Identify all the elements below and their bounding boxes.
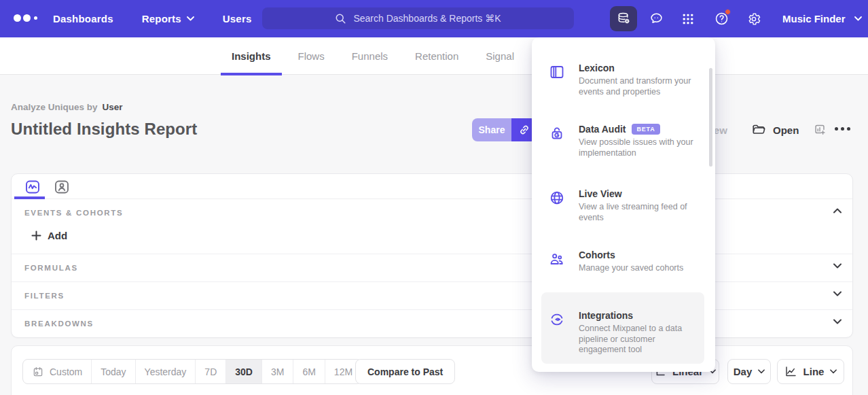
range-3m[interactable]: 3M	[261, 360, 293, 383]
menu-item-live-view[interactable]: Live View View a live streaming feed of …	[541, 182, 704, 230]
mixpanel-logo[interactable]	[14, 14, 37, 22]
menu-item-title: Data Audit	[579, 124, 626, 135]
project-name: Music Finder	[782, 13, 846, 24]
range-yesterday[interactable]: Yesterday	[135, 360, 196, 383]
link-icon	[518, 124, 530, 136]
breadcrumb-value[interactable]: User	[103, 102, 123, 112]
menu-item-description: View possible issues with your implement…	[579, 137, 698, 158]
report-tabbar: Insights Flows Funnels Retention Signal …	[0, 37, 868, 75]
logo-dot	[34, 16, 37, 20]
menu-item-integrations[interactable]: Integrations Connect Mixpanel to a data …	[541, 292, 704, 364]
tab-funnels[interactable]: Funnels	[341, 37, 399, 75]
menu-item-data-audit[interactable]: Data Audit BETA View possible issues wit…	[541, 117, 704, 165]
share-button[interactable]: Share	[472, 118, 511, 141]
filters-section[interactable]: FILTERS	[12, 281, 852, 309]
interval-dropdown[interactable]: Day	[727, 359, 771, 384]
range-7d[interactable]: 7D	[195, 360, 225, 383]
section-label: BREAKDOWNS	[24, 320, 94, 328]
dropdown-scrollbar-thumb[interactable]	[709, 68, 712, 167]
expand-chevron-down-icon[interactable]	[833, 263, 842, 269]
menu-item-cohorts[interactable]: Cohorts Manage your saved cohorts	[541, 243, 704, 281]
range-30d-selected[interactable]: 30D	[225, 360, 261, 383]
range-custom[interactable]: Custom	[23, 360, 91, 383]
logo-dot	[14, 14, 21, 22]
more-options-icon[interactable]	[835, 127, 850, 131]
plus-icon	[31, 230, 41, 241]
profiles-view-tab[interactable]	[54, 179, 70, 195]
date-range-segmented-control: Custom Today Yesterday 7D 30D 3M 6M 12M	[22, 359, 362, 384]
chevron-down-icon	[830, 369, 837, 374]
date-controls-card: Custom Today Yesterday 7D 30D 3M 6M 12M …	[11, 345, 853, 395]
section-label: FORMULAS	[24, 264, 78, 272]
tab-retention[interactable]: Retention	[404, 37, 469, 75]
project-selector[interactable]: Music Finder	[782, 0, 862, 37]
nav-users[interactable]: Users	[223, 13, 252, 24]
search-input[interactable]: Search Dashboards & Reports ⌘K	[262, 7, 574, 29]
query-builder-card: EVENTS & COHORTS Add FORMULAS FILTERS BR…	[11, 173, 853, 338]
range-today[interactable]: Today	[91, 360, 134, 383]
breadcrumb-prefix: Analyze Uniques by	[11, 102, 98, 112]
collapse-chevron-up-icon[interactable]	[833, 208, 842, 213]
search-icon	[335, 13, 346, 24]
insights-chart-icon	[24, 179, 41, 195]
events-view-tab[interactable]	[24, 179, 41, 195]
menu-item-description: Document and transform your events and p…	[579, 76, 698, 97]
breakdowns-section[interactable]: BREAKDOWNS	[12, 309, 852, 337]
chevron-down-icon	[758, 369, 765, 374]
menu-item-title: Integrations	[579, 310, 633, 321]
expand-chevron-down-icon[interactable]	[833, 291, 842, 296]
tab-insights[interactable]: Insights	[221, 37, 282, 75]
chevron-down-icon	[187, 16, 194, 21]
calendar-icon	[32, 366, 44, 378]
section-label: EVENTS & COHORTS	[24, 209, 123, 217]
integrations-sync-icon	[549, 311, 565, 328]
tab-flows[interactable]: Flows	[287, 37, 336, 75]
open-report-button[interactable]: Open	[751, 118, 799, 141]
logo-dot	[23, 14, 31, 22]
search-placeholder: Search Dashboards & Reports ⌘K	[353, 13, 501, 24]
add-event-button[interactable]: Add	[31, 230, 67, 241]
events-cohorts-section: EVENTS & COHORTS Add	[12, 199, 852, 254]
notification-dot	[725, 9, 731, 15]
range-label: Custom	[50, 366, 82, 377]
range-6m[interactable]: 6M	[293, 360, 324, 383]
share-split-button: Share	[472, 118, 537, 141]
compare-to-past-button[interactable]: Compare to Past	[355, 359, 455, 384]
interval-label: Day	[734, 366, 753, 377]
line-chart-icon	[784, 365, 797, 378]
nav-dashboards[interactable]: Dashboards	[53, 13, 113, 24]
section-label: FILTERS	[24, 292, 65, 300]
primary-nav: Dashboards Reports Users	[53, 0, 251, 37]
menu-item-description: Manage your saved cohorts	[579, 263, 698, 274]
menu-item-title: Cohorts	[579, 250, 615, 260]
chart-type-dropdown[interactable]: Line	[777, 359, 844, 384]
menu-item-title: Live View	[579, 188, 622, 199]
tab-signal[interactable]: Signal	[475, 37, 525, 75]
beta-badge: BETA	[632, 124, 659, 135]
builder-icon-tabs	[12, 174, 852, 199]
add-to-dashboard-icon[interactable]	[812, 122, 827, 137]
nav-reports[interactable]: Reports	[142, 13, 194, 24]
add-label: Add	[48, 230, 67, 241]
top-navbar: Dashboards Reports Users Search Dashboar…	[0, 0, 868, 37]
help-icon[interactable]	[706, 0, 736, 37]
builder-sections: EVENTS & COHORTS Add FORMULAS FILTERS BR…	[12, 199, 852, 337]
chart-type-label: Line	[803, 366, 825, 377]
lexicon-book-icon	[549, 64, 565, 80]
nav-reports-label: Reports	[142, 13, 181, 24]
menu-item-description: View a live streaming feed of events	[579, 202, 698, 223]
feedback-chat-icon[interactable]	[641, 0, 671, 37]
breadcrumb: Analyze Uniques by User	[11, 102, 123, 112]
formulas-section[interactable]: FORMULAS	[12, 254, 852, 281]
menu-item-lexicon[interactable]: Lexicon Document and transform your even…	[541, 56, 704, 104]
chevron-down-icon	[854, 16, 862, 21]
menu-item-title: Lexicon	[579, 63, 615, 73]
cohorts-people-icon	[549, 251, 565, 267]
page-title[interactable]: Untitled Insights Report	[11, 120, 197, 139]
expand-chevron-down-icon[interactable]	[833, 319, 842, 324]
live-view-globe-icon	[549, 190, 565, 206]
menu-item-description: Connect Mixpanel to a data pipeline or c…	[579, 324, 698, 356]
settings-gear-icon[interactable]	[739, 0, 769, 37]
data-management-icon[interactable]	[609, 0, 638, 37]
apps-grid-icon[interactable]	[673, 0, 703, 37]
